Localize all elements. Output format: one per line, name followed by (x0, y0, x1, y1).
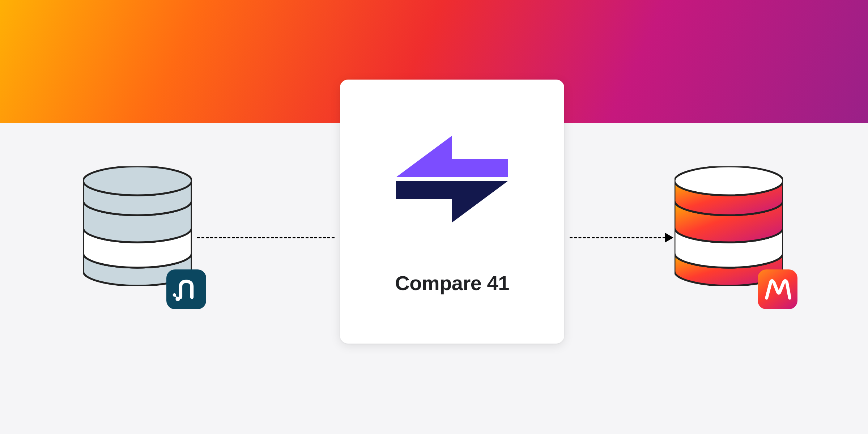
memgraph-icon (763, 275, 792, 304)
connector-arrowhead (665, 233, 673, 243)
source-database (83, 166, 192, 286)
svg-point-5 (675, 166, 783, 195)
compare-card: Compare 41 (340, 80, 564, 344)
compare-logo-icon (389, 123, 515, 239)
neo4j-icon (172, 275, 200, 303)
target-db-badge (758, 269, 797, 309)
compare-card-title: Compare 41 (395, 271, 509, 295)
diagram-stage: Compare 41 (0, 0, 868, 434)
connector-left (197, 237, 335, 238)
svg-point-2 (83, 166, 192, 195)
source-db-badge (166, 269, 206, 309)
connector-right (570, 237, 665, 238)
target-database (675, 166, 783, 286)
